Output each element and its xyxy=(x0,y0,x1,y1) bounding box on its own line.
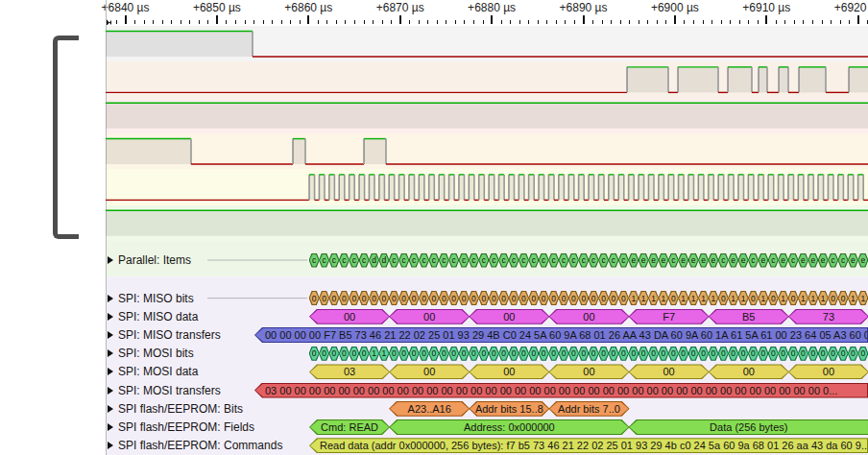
decoder-row-label-miso-transfers[interactable]: SPI: MISO transfers xyxy=(108,327,221,343)
decoder-row-label-miso-data[interactable]: SPI: MISO data xyxy=(108,309,198,324)
expand-arrow-icon xyxy=(108,405,113,413)
expand-arrow-icon xyxy=(108,313,113,321)
channel-group-bracket xyxy=(53,36,79,239)
decoder-row-label-mosi-bits[interactable]: SPI: MOSI bits xyxy=(108,346,194,361)
expand-arrow-icon xyxy=(108,349,113,357)
expand-arrow-icon xyxy=(108,387,113,395)
decoder-row-label-parallel-items[interactable]: Parallel: Items xyxy=(108,252,191,268)
decoder-row-label-flash-bits[interactable]: SPI flash/EEPROM: Bits xyxy=(108,401,243,417)
expand-arrow-icon xyxy=(108,295,113,302)
decoder-row-label-flash-commands[interactable]: SPI flash/EEPROM: Commands xyxy=(108,438,282,453)
expand-arrow-icon xyxy=(108,442,113,449)
decoder-row-label-flash-fields[interactable]: SPI flash/EEPROM: Fields xyxy=(108,419,254,435)
expand-arrow-icon xyxy=(108,331,113,339)
logic-analyzer-trace-view: +6840 µs+6850 µs+6860 µs+6870 µs+6880 µs… xyxy=(0,0,868,455)
decoder-row-label-miso-bits[interactable]: SPI: MISO bits xyxy=(108,291,194,306)
decoder-row-label-mosi-data[interactable]: SPI: MOSI data xyxy=(108,364,198,379)
expand-arrow-icon xyxy=(108,368,113,375)
decoder-row-label-mosi-transfers[interactable]: SPI: MOSI transfers xyxy=(108,383,221,398)
expand-arrow-icon xyxy=(108,423,113,431)
expand-arrow-icon xyxy=(108,256,113,264)
